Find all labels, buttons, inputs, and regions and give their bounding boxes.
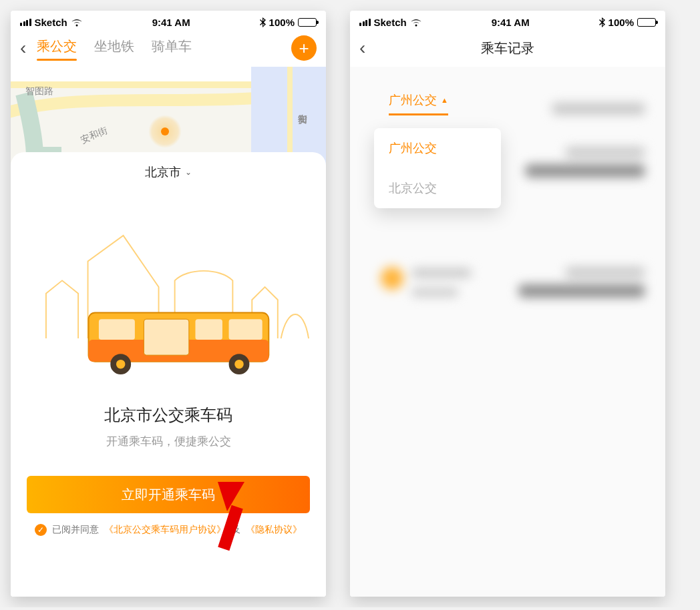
svg-rect-9 [144, 319, 188, 355]
transport-tabs: 乘公交 坐地铁 骑单车 [37, 37, 192, 59]
page-title: 乘车记录 [481, 39, 534, 57]
tab-subway[interactable]: 坐地铁 [94, 37, 134, 59]
map-location-pin [148, 115, 182, 148]
top-nav: ‹ 乘车记录 [350, 29, 665, 67]
svg-point-15 [234, 360, 243, 368]
svg-rect-8 [99, 319, 135, 340]
bluetooth-icon [599, 17, 605, 27]
chevron-down-icon: ⌄ [185, 168, 192, 177]
city-selector[interactable]: 北京市 ⌄ [145, 164, 192, 180]
bus-code-sheet: 北京市 ⌄ [11, 152, 326, 597]
agreement-and: 及 [231, 524, 240, 536]
wifi-icon [71, 18, 83, 27]
signal-icon [359, 19, 371, 26]
tab-bike[interactable]: 骑单车 [152, 37, 192, 59]
add-button[interactable]: + [291, 35, 317, 61]
signal-icon [20, 19, 31, 26]
svg-rect-10 [195, 319, 222, 340]
dropdown-option-guangzhou[interactable]: 广州公交 [374, 128, 501, 168]
sheet-subtitle: 开通乘车码，便捷乘公交 [106, 434, 231, 449]
bus-illustration [27, 187, 310, 387]
agreement-row: ✓ 已阅并同意 《北京公交乘车码用户协议》 及 《隐私协议》 [35, 524, 302, 536]
battery-percent-label: 100% [269, 17, 295, 28]
battery-icon [637, 18, 656, 27]
agreement-checked-icon[interactable]: ✓ [35, 524, 47, 536]
agreement-link-terms[interactable]: 《北京公交乘车码用户协议》 [104, 524, 226, 536]
tab-bus[interactable]: 乘公交 [37, 37, 77, 59]
carrier-label: Sketch [35, 17, 67, 28]
agreement-prefix: 已阅并同意 [52, 524, 99, 536]
battery-percent-label: 100% [608, 17, 634, 28]
dropdown-option-beijing[interactable]: 北京公交 [374, 168, 501, 208]
svg-rect-11 [229, 319, 262, 340]
phone-screen-ride-records: Sketch 9:41 AM 100% ‹ 乘车记录 [350, 11, 665, 597]
carrier-label: Sketch [374, 17, 407, 28]
clock-label: 9:41 AM [492, 17, 530, 28]
top-nav: ‹ 乘公交 坐地铁 骑单车 + [11, 29, 326, 67]
sheet-title: 北京市公交乘车码 [104, 404, 232, 426]
city-filter-dropdown: 广州公交 北京公交 [374, 128, 501, 208]
svg-point-13 [116, 360, 125, 368]
back-button[interactable]: ‹ [359, 39, 365, 57]
activate-bus-code-button[interactable]: 立即开通乘车码 [27, 476, 310, 513]
back-button[interactable]: ‹ [20, 39, 26, 57]
status-bar: Sketch 9:41 AM 100% [350, 11, 665, 29]
map-road-label: 智图路 [25, 85, 53, 97]
status-bar: Sketch 9:41 AM 100% [11, 11, 326, 29]
phone-screen-bus-code: Sketch 9:41 AM 100% ‹ 乘公交 坐地铁 骑单车 + [11, 11, 326, 597]
wifi-icon [410, 18, 422, 27]
city-name: 北京市 [145, 164, 181, 180]
records-body: 广州公交 ▲ 广州公交 北京公交 [350, 67, 665, 597]
clock-label: 9:41 AM [152, 17, 190, 28]
battery-icon [298, 18, 317, 27]
agreement-link-privacy[interactable]: 《隐私协议》 [246, 524, 302, 536]
bluetooth-icon [260, 17, 266, 27]
